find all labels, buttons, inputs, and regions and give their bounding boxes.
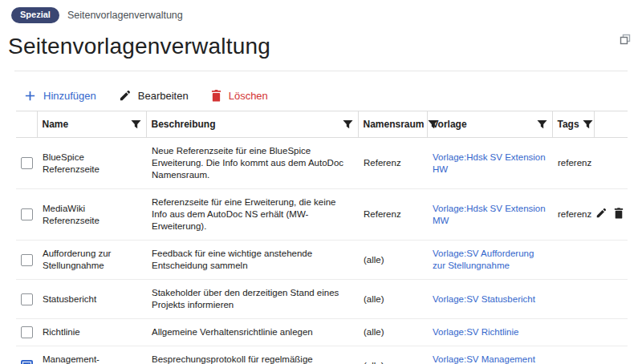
header-name-label: Name — [43, 119, 69, 130]
header-actions-cell — [594, 111, 628, 138]
header-checkbox-cell — [16, 111, 37, 138]
cell-tags: referenz — [552, 138, 594, 189]
cell-description: Besprechungsprotokoll für regelmäßige Ma… — [146, 346, 358, 364]
edit-button[interactable]: Bearbeiten — [119, 90, 189, 102]
cell-namespace: (alle) — [358, 241, 427, 280]
page-title: Seitenvorlagenverwaltung — [8, 34, 634, 59]
row-checkbox[interactable] — [21, 326, 33, 338]
cell-name: MediaWiki Referenzseite — [37, 189, 146, 241]
template-link[interactable]: Vorlage:SV Statusbericht — [433, 294, 535, 304]
edit-button-label: Bearbeiten — [138, 90, 189, 102]
cell-tags: referenz — [552, 189, 594, 241]
table-row[interactable]: Richtlinie Allgemeine Verhaltensrichtlin… — [16, 319, 628, 346]
header-tags: Tags — [552, 111, 594, 138]
row-actions — [595, 208, 624, 219]
cell-tags — [552, 280, 594, 319]
seitenvorlagen-page: { "breadcrumb": { "badge": "Spezial", "p… — [0, 0, 642, 364]
plus-icon — [24, 90, 36, 102]
header-template: Vorlage — [427, 111, 552, 138]
grid-toolbar: Hinzufügen Bearbeiten Löschen — [16, 85, 626, 111]
breadcrumb: Spezial Seitenvorlagenverwaltung — [0, 0, 642, 23]
cell-namespace: Referenz — [358, 189, 427, 241]
title-divider — [14, 71, 628, 71]
row-checkbox[interactable] — [21, 293, 33, 305]
template-link[interactable]: Vorlage:SV Management Protokoll — [433, 354, 535, 364]
header-tags-label: Tags — [558, 119, 579, 130]
cell-namespace: (alle) — [358, 346, 427, 364]
row-delete-trash-icon[interactable] — [614, 208, 624, 219]
header-namespace: Namensraum — [358, 111, 427, 138]
template-link[interactable]: Vorlage:SV Aufforderung zur Stellungnahm… — [433, 249, 534, 270]
row-checkbox-checked[interactable] — [21, 360, 33, 364]
tags-filter-funnel-icon[interactable] — [583, 119, 593, 130]
cell-name: Richtlinie — [37, 319, 146, 346]
description-filter-funnel-icon[interactable] — [343, 119, 353, 130]
table-row[interactable]: MediaWiki Referenzseite Referenzseite fü… — [16, 189, 628, 241]
name-filter-funnel-icon[interactable] — [131, 119, 141, 130]
cell-tags — [552, 346, 594, 364]
template-link[interactable]: Vorlage:Hdsk SV Extension HW — [433, 152, 546, 174]
template-filter-funnel-icon[interactable] — [537, 119, 547, 130]
cell-description: Referenzseite für eine Erweiterung, die … — [146, 189, 358, 241]
table-row[interactable]: Statusbericht Stakeholder über den derze… — [16, 280, 628, 319]
cell-description: Stakeholder über den derzeitigen Stand e… — [146, 280, 358, 319]
cell-description: Allgemeine Verhaltensrichtlinie anlegen — [146, 319, 358, 346]
template-link[interactable]: Vorlage:SV Richtlinie — [433, 327, 518, 337]
row-checkbox[interactable] — [21, 208, 33, 220]
header-namespace-label: Namensraum — [364, 119, 425, 130]
cell-namespace: Referenz — [358, 138, 427, 189]
cell-name: BlueSpice Referenzseite — [37, 138, 146, 189]
pencil-icon — [119, 90, 131, 102]
delete-button-label: Löschen — [229, 90, 268, 102]
cell-namespace: (alle) — [358, 280, 427, 319]
trash-icon — [211, 90, 221, 102]
row-checkbox[interactable] — [21, 157, 33, 169]
cell-tags — [552, 319, 594, 346]
cell-description: Neue Referenzseite für eine BlueSpice Er… — [146, 138, 358, 189]
cell-name: Management-Besprechung — [37, 346, 146, 364]
cell-name: Aufforderung zur Stellungnahme — [37, 241, 146, 280]
namespace-badge[interactable]: Spezial — [11, 7, 59, 23]
header-name: Name — [37, 111, 146, 138]
cell-name: Statusbericht — [37, 280, 146, 319]
expand-icon[interactable] — [620, 34, 631, 45]
table-row[interactable]: BlueSpice Referenzseite Neue Referenzsei… — [16, 138, 628, 189]
row-checkbox[interactable] — [21, 254, 33, 266]
delete-button[interactable]: Löschen — [211, 90, 268, 102]
table-header-row: Name Beschreibung Namensraum — [16, 111, 628, 138]
add-button[interactable]: Hinzufügen — [24, 90, 96, 102]
cell-tags — [552, 241, 594, 280]
table-row[interactable]: Management-Besprechung Besprechungsproto… — [16, 346, 628, 364]
table-row[interactable]: Aufforderung zur Stellungnahme Feedback … — [16, 241, 628, 280]
cell-namespace: (alle) — [358, 319, 427, 346]
cell-description: Feedback für eine wichtige anstehende En… — [146, 241, 358, 280]
template-link[interactable]: Vorlage:Hdsk SV Extension MW — [433, 204, 546, 225]
templates-table: Name Beschreibung Namensraum — [16, 111, 628, 364]
row-edit-pencil-icon[interactable] — [595, 208, 607, 219]
header-description: Beschreibung — [146, 111, 358, 138]
add-button-label: Hinzufügen — [43, 90, 96, 102]
breadcrumb-page-label: Seitenvorlagenverwaltung — [67, 10, 183, 21]
header-description-label: Beschreibung — [152, 119, 216, 130]
header-template-label: Vorlage — [433, 119, 467, 130]
